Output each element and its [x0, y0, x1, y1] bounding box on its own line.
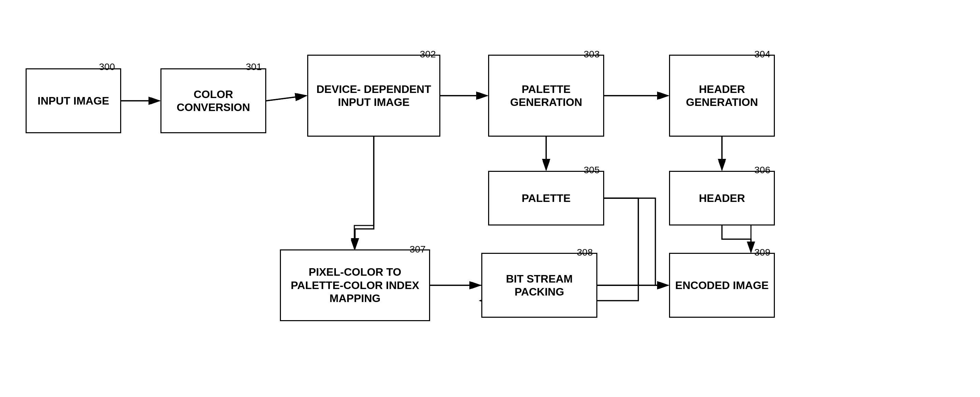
- box-304: HEADER GENERATION: [669, 55, 775, 137]
- svg-line-2: [266, 96, 307, 101]
- ref-label-ref309: 309: [754, 247, 770, 258]
- ref-label-ref303: 303: [584, 49, 600, 60]
- box-306: HEADER: [669, 171, 775, 225]
- box-307: PIXEL-COLOR TO PALETTE-COLOR INDEX MAPPI…: [280, 249, 430, 321]
- ref-label-ref302: 302: [420, 49, 436, 60]
- ref-label-ref307: 307: [410, 244, 426, 255]
- ref-label-ref306: 306: [754, 165, 770, 175]
- box-303: PALETTE GENERATION: [488, 55, 604, 137]
- box-305: PALETTE: [488, 171, 604, 225]
- svg-line-12: [266, 96, 306, 101]
- ref-label-ref305: 305: [584, 165, 600, 175]
- box-300: INPUT IMAGE: [25, 69, 121, 133]
- ref-label-ref301: 301: [246, 62, 262, 72]
- box-308: BIT STREAM PACKING: [481, 253, 597, 318]
- ref-label-ref308: 308: [577, 247, 593, 258]
- box-309: ENCODED IMAGE: [669, 253, 775, 318]
- ref-label-ref300: 300: [99, 62, 115, 72]
- diagram-container: INPUT IMAGECOLOR CONVERSIONDEVICE- DEPEN…: [0, 0, 980, 397]
- ref-label-ref304: 304: [754, 49, 770, 60]
- box-301: COLOR CONVERSION: [161, 69, 266, 133]
- box-302: DEVICE- DEPENDENT INPUT IMAGE: [307, 55, 440, 137]
